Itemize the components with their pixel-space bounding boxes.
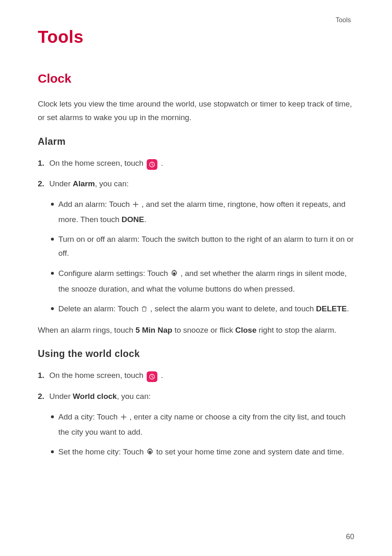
bullet-text: . bbox=[347, 304, 349, 313]
step-text-bold: World clock bbox=[73, 392, 117, 401]
gear-icon bbox=[146, 447, 154, 461]
step-text-after: . bbox=[161, 371, 163, 380]
alarm-step-2: 2. Under Alarm, you can: bbox=[38, 177, 354, 191]
list-item: Add a city: Touch , enter a city name or… bbox=[51, 410, 354, 439]
step-text-post: , you can: bbox=[95, 179, 129, 188]
world-step-1: 1. On the home screen, touch . bbox=[38, 368, 354, 382]
subsection-heading-world-clock: Using the world clock bbox=[38, 348, 354, 359]
step-text-bold: Alarm bbox=[73, 179, 95, 188]
bullet-text: . bbox=[144, 215, 146, 224]
step-number: 2. bbox=[38, 389, 44, 403]
bullet-text: Configure alarm settings: Touch bbox=[58, 269, 170, 278]
page-title: Tools bbox=[38, 27, 354, 47]
alarm-footer-text: When an alarm rings, touch 5 Min Nap to … bbox=[38, 323, 354, 337]
alarm-bullet-list: Add an alarm: Touch , and set the alarm … bbox=[38, 197, 354, 317]
trash-icon bbox=[141, 303, 148, 317]
bullet-text: Turn on or off an alarm: Touch the switc… bbox=[58, 235, 354, 257]
world-step-2: 2. Under World clock, you can: bbox=[38, 389, 354, 403]
bullet-text: Add an alarm: Touch bbox=[58, 200, 132, 208]
section-heading-clock: Clock bbox=[38, 72, 354, 86]
step-text: On the home screen, touch bbox=[49, 371, 145, 380]
footer-text: to snooze or flick bbox=[172, 326, 235, 334]
step-text-after: . bbox=[161, 159, 163, 167]
footer-bold: 5 Min Nap bbox=[136, 326, 173, 334]
step-text-post: , you can: bbox=[117, 392, 150, 401]
footer-bold: Close bbox=[235, 326, 256, 334]
subsection-heading-alarm: Alarm bbox=[38, 136, 354, 147]
bullet-text: , select the alarm you want to delete, a… bbox=[150, 304, 316, 313]
header-section-label: Tools bbox=[38, 16, 354, 24]
gear-icon bbox=[170, 268, 178, 282]
list-item: Add an alarm: Touch , and set the alarm … bbox=[51, 197, 354, 227]
bullet-bold: DELETE bbox=[316, 304, 347, 313]
page-number: 60 bbox=[346, 533, 354, 541]
bullet-text: Delete an alarm: Touch bbox=[58, 304, 141, 313]
list-item: Delete an alarm: Touch , select the alar… bbox=[51, 302, 354, 317]
clock-app-icon bbox=[147, 371, 157, 382]
step-text-pre: Under bbox=[49, 392, 73, 401]
bullet-text: Add a city: Touch bbox=[58, 412, 120, 421]
bullet-text: Set the home city: Touch bbox=[58, 447, 146, 456]
step-text: On the home screen, touch bbox=[49, 159, 145, 167]
bullet-text: to set your home time zone and system da… bbox=[156, 447, 344, 456]
list-item: Set the home city: Touch to set your hom… bbox=[51, 445, 354, 461]
list-item: Configure alarm settings: Touch , and se… bbox=[51, 266, 354, 296]
svg-point-1 bbox=[173, 272, 175, 274]
clock-app-icon bbox=[147, 159, 157, 170]
alarm-step-1: 1. On the home screen, touch . bbox=[38, 156, 354, 170]
step-number: 1. bbox=[38, 368, 44, 382]
step-number: 1. bbox=[38, 156, 44, 170]
list-item: Turn on or off an alarm: Touch the switc… bbox=[51, 232, 354, 260]
footer-text: When an alarm rings, touch bbox=[38, 326, 136, 334]
step-text-pre: Under bbox=[49, 179, 73, 188]
svg-point-3 bbox=[149, 451, 151, 453]
plus-icon bbox=[120, 411, 127, 425]
footer-text: right to stop the alarm. bbox=[256, 326, 336, 334]
step-number: 2. bbox=[38, 177, 44, 191]
bullet-bold: DONE bbox=[122, 215, 144, 224]
clock-intro: Clock lets you view the time around the … bbox=[38, 97, 354, 125]
plus-icon bbox=[132, 199, 139, 213]
world-bullet-list: Add a city: Touch , enter a city name or… bbox=[38, 410, 354, 461]
